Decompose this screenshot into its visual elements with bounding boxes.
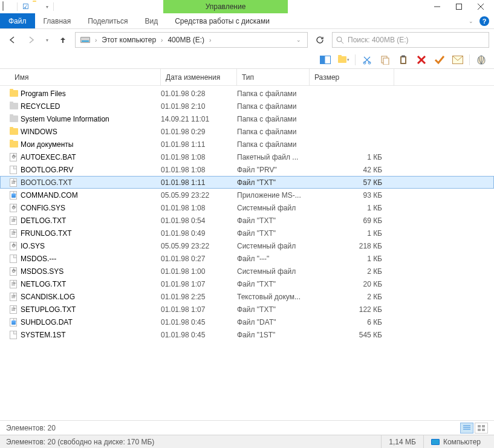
paste-icon[interactable] <box>397 53 410 67</box>
file-type-icon <box>10 292 21 302</box>
ribbon-collapse-icon[interactable]: ⌄ <box>469 18 473 24</box>
file-type-icon <box>10 178 21 187</box>
up-button[interactable] <box>56 33 70 47</box>
file-date: 01.01.98 0:29 <box>161 128 237 136</box>
file-type-icon <box>10 279 21 289</box>
mail-icon[interactable] <box>451 53 464 67</box>
file-row[interactable]: AUTOEXEC.BAT01.01.98 1:08Пакетный файл .… <box>0 151 494 163</box>
tab-home[interactable]: Главная <box>35 13 80 28</box>
file-name: COMMAND.COM <box>21 191 161 200</box>
file-row[interactable]: SYSTEM.1ST01.01.98 0:45Файл "1ST"545 КБ <box>0 328 494 341</box>
column-name[interactable]: Имя <box>10 69 161 85</box>
details-view-button[interactable] <box>460 423 473 433</box>
refresh-button[interactable] <box>313 33 327 47</box>
delete-icon[interactable] <box>415 53 428 67</box>
ribbon-context-tab[interactable]: Управление <box>163 0 288 13</box>
file-row[interactable]: Program Files01.01.98 0:28Папка с файлам… <box>0 87 494 100</box>
file-list[interactable]: Program Files01.01.98 0:28Папка с файлам… <box>0 86 494 420</box>
file-row[interactable]: NETLOG.TXT01.01.98 1:07Файл "TXT"20 КБ <box>0 278 494 290</box>
file-type-icon <box>10 305 21 314</box>
file-row[interactable]: CONFIG.SYS01.01.98 1:08Системный файл1 К… <box>0 201 494 214</box>
tab-drive-tools[interactable]: Средства работы с дисками <box>166 13 278 28</box>
column-size[interactable]: Размер <box>310 69 394 85</box>
folder-small-icon[interactable] <box>33 2 42 11</box>
checkbox-checked-icon[interactable]: ☑ <box>22 2 29 11</box>
file-type-icon <box>10 330 21 340</box>
file-row[interactable]: BOOTLOG.PRV01.01.98 1:08Файл "PRV"42 КБ <box>0 163 494 176</box>
file-type-icon <box>10 127 21 137</box>
file-size: 2 КБ <box>310 267 394 276</box>
help-icon[interactable]: ? <box>479 16 489 26</box>
search-placeholder: Поиск: 400MB (E:) <box>348 36 409 44</box>
copy-icon[interactable] <box>379 53 392 67</box>
maximize-button[interactable] <box>448 0 470 13</box>
file-type: Файл "TXT" <box>237 229 310 238</box>
status-summary: Элементов: 20 (свободно на диске: 170 МБ… <box>6 438 154 446</box>
panel-left-icon[interactable] <box>319 53 332 67</box>
file-type: Файл "TXT" <box>237 280 310 288</box>
file-size: 218 КБ <box>310 242 394 250</box>
shell-icon[interactable] <box>475 53 488 67</box>
checkmark-icon[interactable] <box>433 53 446 67</box>
file-row[interactable]: RECYCLED01.01.98 2:10Папка с файлами <box>0 100 494 112</box>
qat-dropdown-icon[interactable]: ▾ <box>46 4 48 10</box>
file-row[interactable]: DETLOG.TXT01.01.98 0:54Файл "TXT"69 КБ <box>0 214 494 227</box>
file-date: 01.01.98 0:54 <box>161 216 237 225</box>
file-row[interactable]: COMMAND.COM05.05.99 23:22Приложение MS-.… <box>0 189 494 201</box>
file-row[interactable]: SUHDLOG.DAT01.01.98 0:45Файл "DAT"6 КБ <box>0 316 494 328</box>
address-bar[interactable]: › Этот компьютер› 400MB (E:)› ⌄ <box>75 32 308 48</box>
forward-button[interactable] <box>24 33 39 47</box>
recent-dropdown-icon[interactable]: ▾ <box>44 33 51 47</box>
minimize-button[interactable] <box>426 0 448 13</box>
large-icons-view-button[interactable] <box>475 423 488 433</box>
file-date: 05.05.99 23:22 <box>161 242 237 250</box>
file-row[interactable]: SETUPLOG.TXT01.01.98 1:07Файл "TXT"122 К… <box>0 303 494 316</box>
file-type-icon <box>10 241 21 251</box>
breadcrumb-current[interactable]: 400MB (E:)› <box>165 36 213 44</box>
column-date[interactable]: Дата изменения <box>161 69 237 85</box>
file-date: 01.01.98 1:11 <box>161 178 237 187</box>
file-name: Мои документы <box>21 140 161 149</box>
file-row[interactable]: SCANDISK.LOG01.01.98 2:25Текстовый докум… <box>0 290 494 303</box>
file-size: 122 КБ <box>310 305 394 314</box>
file-row[interactable]: MSDOS.SYS01.01.98 1:00Системный файл2 КБ <box>0 265 494 278</box>
file-row[interactable]: MSDOS.---01.01.98 0:27Файл "---"1 КБ <box>0 252 494 265</box>
file-row[interactable]: Мои документы01.01.98 1:11Папка с файлам… <box>0 138 494 151</box>
breadcrumb-pc[interactable]: Этот компьютер› <box>99 36 165 44</box>
search-input[interactable]: Поиск: 400MB (E:) <box>332 32 489 48</box>
folder-open-icon[interactable]: ▾ <box>337 53 350 67</box>
file-type: Приложение MS-... <box>237 191 310 200</box>
address-dropdown-icon[interactable]: ⌄ <box>293 37 305 43</box>
qat-separator <box>17 2 18 11</box>
file-type: Файл "DAT" <box>237 318 310 326</box>
svg-rect-11 <box>383 58 389 65</box>
file-name: System Volume Information <box>21 115 161 123</box>
file-row[interactable]: WINDOWS01.01.98 0:29Папка с файлами <box>0 125 494 138</box>
file-size: 69 КБ <box>310 216 394 225</box>
file-name: Program Files <box>21 89 161 98</box>
breadcrumb-drive-icon[interactable]: › <box>78 37 99 44</box>
file-type-icon <box>10 165 21 175</box>
file-row[interactable]: IO.SYS05.05.99 23:22Системный файл218 КБ <box>0 239 494 252</box>
back-button[interactable] <box>5 33 19 47</box>
file-row[interactable]: BOOTLOG.TXT01.01.98 1:11Файл "TXT"57 КБ <box>0 176 494 189</box>
file-row[interactable]: System Volume Information14.09.21 11:01П… <box>0 112 494 125</box>
tab-share[interactable]: Поделиться <box>79 13 136 28</box>
file-type: Папка с файлами <box>237 89 310 98</box>
column-type[interactable]: Тип <box>237 69 310 85</box>
file-size: 20 КБ <box>310 280 394 288</box>
file-date: 01.01.98 0:45 <box>161 318 237 326</box>
file-date: 01.01.98 0:45 <box>161 331 237 339</box>
svg-rect-22 <box>482 429 485 431</box>
tab-view[interactable]: Вид <box>136 13 166 28</box>
close-button[interactable] <box>470 0 492 13</box>
file-tab[interactable]: Файл <box>0 13 35 28</box>
file-row[interactable]: FRUNLOG.TXT01.01.98 0:49Файл "TXT"1 КБ <box>0 227 494 239</box>
svg-rect-1 <box>457 4 462 10</box>
file-type-icon <box>10 114 21 124</box>
file-type: Текстовый докум... <box>237 293 310 301</box>
svg-line-5 <box>341 41 343 44</box>
file-type: Системный файл <box>237 242 310 250</box>
file-type: Папка с файлами <box>237 102 310 111</box>
cut-icon[interactable] <box>360 53 374 67</box>
